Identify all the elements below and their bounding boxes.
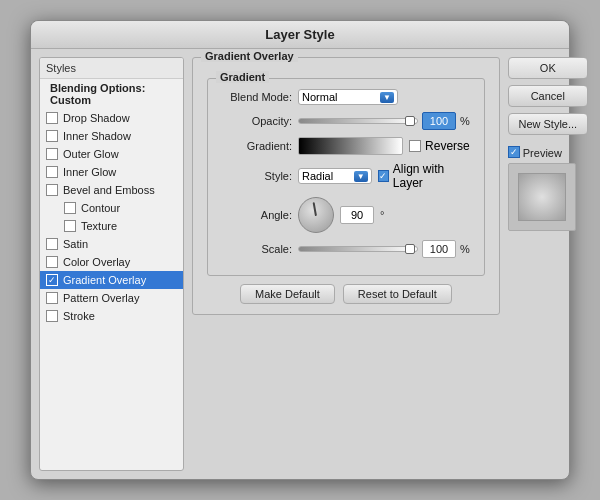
gradient-subsection-title: Gradient	[216, 71, 269, 83]
bevel-emboss-label: Bevel and Emboss	[63, 184, 155, 196]
inner-shadow-label: Inner Shadow	[63, 130, 131, 142]
reverse-checkbox[interactable]	[409, 140, 421, 152]
color-overlay-checkbox[interactable]	[46, 256, 58, 268]
blend-mode-label: Blend Mode:	[222, 91, 292, 103]
blend-mode-row: Blend Mode: Normal ▼	[222, 89, 470, 105]
opacity-slider-thumb[interactable]	[405, 116, 415, 126]
sidebar: Styles Blending Options: Custom Drop Sha…	[39, 57, 184, 471]
scale-value[interactable]: 100	[422, 240, 456, 258]
reset-default-button[interactable]: Reset to Default	[343, 284, 452, 304]
blend-mode-arrow[interactable]: ▼	[380, 92, 394, 103]
angle-row: Angle: 90 °	[222, 197, 470, 233]
sidebar-item-pattern-overlay[interactable]: Pattern Overlay	[40, 289, 183, 307]
inner-glow-checkbox[interactable]	[46, 166, 58, 178]
layer-style-dialog: Layer Style Styles Blending Options: Cus…	[30, 20, 570, 480]
opacity-slider-container: 100 %	[298, 112, 470, 130]
preview-checkbox-row: ✓ Preview	[508, 145, 588, 159]
sidebar-item-stroke[interactable]: Stroke	[40, 307, 183, 325]
align-layer-checkbox[interactable]: ✓	[378, 170, 389, 182]
angle-unit: °	[380, 209, 384, 221]
scale-label: Scale:	[222, 243, 292, 255]
scale-slider-container: 100 %	[298, 240, 470, 258]
opacity-row: Opacity: 100 %	[222, 112, 470, 130]
preview-inner	[518, 173, 566, 221]
style-row: Style: Radial ▼ ✓ Align with Layer	[222, 162, 470, 190]
stroke-checkbox[interactable]	[46, 310, 58, 322]
scale-row: Scale: 100 %	[222, 240, 470, 258]
scale-unit: %	[460, 243, 470, 255]
satin-checkbox[interactable]	[46, 238, 58, 250]
angle-value[interactable]: 90	[340, 206, 374, 224]
contour-label: Contour	[81, 202, 120, 214]
opacity-label: Opacity:	[222, 115, 292, 127]
gradient-overlay-checkbox[interactable]: ✓	[46, 274, 58, 286]
gradient-overlay-section: Gradient Overlay Gradient Blend Mode: No…	[192, 57, 500, 315]
right-panel: OK Cancel New Style... ✓ Preview	[508, 57, 588, 471]
gradient-label: Gradient:	[222, 140, 292, 152]
sidebar-item-texture[interactable]: Texture	[40, 217, 183, 235]
outer-glow-checkbox[interactable]	[46, 148, 58, 160]
contour-checkbox[interactable]	[64, 202, 76, 214]
new-style-button[interactable]: New Style...	[508, 113, 588, 135]
scale-slider-track[interactable]	[298, 246, 418, 252]
gradient-picker[interactable]	[298, 137, 403, 155]
sidebar-item-inner-glow[interactable]: Inner Glow	[40, 163, 183, 181]
make-default-button[interactable]: Make Default	[240, 284, 335, 304]
preview-area	[508, 163, 576, 231]
style-arrow[interactable]: ▼	[354, 171, 368, 182]
sidebar-item-color-overlay[interactable]: Color Overlay	[40, 253, 183, 271]
main-content: Gradient Overlay Gradient Blend Mode: No…	[192, 57, 500, 471]
texture-checkbox[interactable]	[64, 220, 76, 232]
sidebar-item-bevel-emboss[interactable]: Bevel and Emboss	[40, 181, 183, 199]
sidebar-item-inner-shadow[interactable]: Inner Shadow	[40, 127, 183, 145]
gradient-overlay-checkmark: ✓	[48, 275, 56, 285]
inner-shadow-checkbox[interactable]	[46, 130, 58, 142]
drop-shadow-label: Drop Shadow	[63, 112, 130, 124]
sidebar-item-satin[interactable]: Satin	[40, 235, 183, 253]
dialog-title: Layer Style	[31, 21, 569, 49]
scale-slider-thumb[interactable]	[405, 244, 415, 254]
texture-label: Texture	[81, 220, 117, 232]
color-overlay-label: Color Overlay	[63, 256, 130, 268]
style-select[interactable]: Radial ▼	[298, 168, 372, 184]
reverse-label: Reverse	[425, 139, 470, 153]
knob-line	[313, 202, 317, 216]
blend-mode-value: Normal	[302, 91, 337, 103]
style-label: Style:	[222, 170, 292, 182]
opacity-unit: %	[460, 115, 470, 127]
gradient-overlay-label: Gradient Overlay	[63, 274, 146, 286]
gradient-overlay-section-title: Gradient Overlay	[201, 50, 298, 62]
blending-options-item[interactable]: Blending Options: Custom	[40, 79, 183, 109]
preview-checkbox[interactable]: ✓	[508, 146, 520, 158]
inner-glow-label: Inner Glow	[63, 166, 116, 178]
opacity-value[interactable]: 100	[422, 112, 456, 130]
sidebar-item-gradient-overlay[interactable]: ✓ Gradient Overlay	[40, 271, 183, 289]
angle-label: Angle:	[222, 209, 292, 221]
sidebar-item-contour[interactable]: Contour	[40, 199, 183, 217]
reverse-row: Reverse	[409, 139, 470, 153]
outer-glow-label: Outer Glow	[63, 148, 119, 160]
sidebar-item-outer-glow[interactable]: Outer Glow	[40, 145, 183, 163]
satin-label: Satin	[63, 238, 88, 250]
drop-shadow-checkbox[interactable]	[46, 112, 58, 124]
preview-section: ✓ Preview	[508, 145, 588, 231]
blend-mode-select[interactable]: Normal ▼	[298, 89, 398, 105]
pattern-overlay-label: Pattern Overlay	[63, 292, 139, 304]
align-layer-label: Align with Layer	[393, 162, 470, 190]
style-controls: Radial ▼ ✓ Align with Layer	[298, 162, 470, 190]
gradient-subsection: Gradient Blend Mode: Normal ▼ Opacity:	[207, 78, 485, 276]
angle-knob[interactable]	[298, 197, 334, 233]
align-layer-row: ✓ Align with Layer	[378, 162, 470, 190]
preview-checkmark: ✓	[510, 147, 518, 157]
sidebar-item-drop-shadow[interactable]: Drop Shadow	[40, 109, 183, 127]
opacity-slider-track[interactable]	[298, 118, 418, 124]
cancel-button[interactable]: Cancel	[508, 85, 588, 107]
stroke-label: Stroke	[63, 310, 95, 322]
preview-label: Preview	[523, 147, 562, 159]
sidebar-header: Styles	[40, 58, 183, 79]
pattern-overlay-checkbox[interactable]	[46, 292, 58, 304]
ok-button[interactable]: OK	[508, 57, 588, 79]
bevel-emboss-checkbox[interactable]	[46, 184, 58, 196]
bottom-buttons: Make Default Reset to Default	[207, 284, 485, 304]
style-value: Radial	[302, 170, 333, 182]
